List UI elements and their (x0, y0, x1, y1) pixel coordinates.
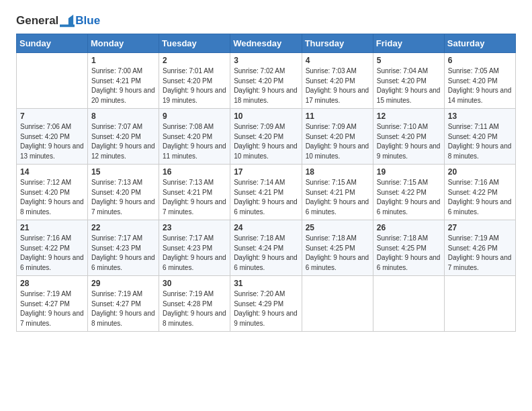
day-info: Sunrise: 7:05 AMSunset: 4:20 PMDaylight:… (448, 66, 512, 105)
calendar-cell: 16Sunrise: 7:13 AMSunset: 4:21 PMDayligh… (159, 165, 230, 220)
day-number: 30 (163, 279, 226, 288)
day-info: Sunrise: 7:14 AMSunset: 4:21 PMDaylight:… (234, 178, 298, 217)
calendar-cell: 25Sunrise: 7:18 AMSunset: 4:25 PMDayligh… (302, 220, 373, 276)
calendar-cell: 19Sunrise: 7:15 AMSunset: 4:22 PMDayligh… (373, 165, 444, 220)
day-number: 18 (306, 167, 369, 177)
logo: General Blue (16, 13, 100, 28)
day-info: Sunrise: 7:20 AMSunset: 4:29 PMDaylight:… (234, 289, 298, 328)
day-number: 9 (163, 111, 226, 121)
calendar-cell: 9Sunrise: 7:08 AMSunset: 4:20 PMDaylight… (159, 109, 230, 165)
day-info: Sunrise: 7:15 AMSunset: 4:21 PMDaylight:… (306, 178, 369, 217)
svg-marker-0 (60, 15, 75, 27)
day-info: Sunrise: 7:09 AMSunset: 4:20 PMDaylight:… (306, 122, 369, 161)
day-of-week-wednesday: Wednesday (230, 34, 302, 53)
logo-general: General (16, 14, 58, 28)
day-number: 7 (20, 111, 84, 121)
day-info: Sunrise: 7:10 AMSunset: 4:20 PMDaylight:… (377, 122, 441, 161)
calendar-cell: 29Sunrise: 7:19 AMSunset: 4:27 PMDayligh… (88, 276, 159, 332)
day-of-week-monday: Monday (88, 34, 159, 53)
day-number: 8 (91, 111, 155, 121)
day-number: 17 (234, 167, 298, 177)
day-info: Sunrise: 7:09 AMSunset: 4:20 PMDaylight:… (234, 122, 298, 161)
day-number: 4 (306, 56, 369, 65)
day-info: Sunrise: 7:03 AMSunset: 4:20 PMDaylight:… (306, 66, 369, 105)
calendar-cell: 8Sunrise: 7:07 AMSunset: 4:20 PMDaylight… (88, 109, 159, 165)
day-info: Sunrise: 7:16 AMSunset: 4:22 PMDaylight:… (448, 178, 512, 217)
day-number: 1 (91, 56, 155, 65)
day-info: Sunrise: 7:15 AMSunset: 4:22 PMDaylight:… (377, 178, 441, 217)
day-number: 5 (377, 56, 441, 65)
header: General Blue (16, 13, 516, 28)
calendar-cell: 15Sunrise: 7:13 AMSunset: 4:20 PMDayligh… (88, 165, 159, 220)
day-number: 16 (163, 167, 226, 177)
day-info: Sunrise: 7:18 AMSunset: 4:25 PMDaylight:… (306, 234, 369, 273)
day-number: 12 (377, 111, 441, 121)
calendar-cell: 21Sunrise: 7:16 AMSunset: 4:22 PMDayligh… (17, 220, 88, 276)
calendar-cell: 11Sunrise: 7:09 AMSunset: 4:20 PMDayligh… (302, 109, 373, 165)
day-of-week-saturday: Saturday (444, 34, 515, 53)
day-info: Sunrise: 7:19 AMSunset: 4:28 PMDaylight:… (163, 289, 226, 328)
logo-icon (60, 13, 75, 28)
calendar-cell: 7Sunrise: 7:06 AMSunset: 4:20 PMDaylight… (17, 109, 88, 165)
day-number: 13 (448, 111, 512, 121)
day-info: Sunrise: 7:19 AMSunset: 4:27 PMDaylight:… (20, 289, 84, 328)
calendar-cell: 3Sunrise: 7:02 AMSunset: 4:20 PMDaylight… (230, 53, 302, 109)
day-info: Sunrise: 7:02 AMSunset: 4:20 PMDaylight:… (234, 66, 298, 105)
day-number: 22 (91, 223, 155, 232)
day-info: Sunrise: 7:00 AMSunset: 4:21 PMDaylight:… (91, 66, 155, 105)
day-number: 24 (234, 223, 298, 232)
calendar-cell: 13Sunrise: 7:11 AMSunset: 4:20 PMDayligh… (444, 109, 515, 165)
calendar-cell: 30Sunrise: 7:19 AMSunset: 4:28 PMDayligh… (159, 276, 230, 332)
day-of-week-thursday: Thursday (302, 34, 373, 53)
day-info: Sunrise: 7:13 AMSunset: 4:21 PMDaylight:… (163, 178, 226, 217)
calendar-cell: 24Sunrise: 7:18 AMSunset: 4:24 PMDayligh… (230, 220, 302, 276)
calendar-body: 1Sunrise: 7:00 AMSunset: 4:21 PMDaylight… (17, 53, 516, 332)
day-number: 20 (448, 167, 512, 177)
calendar: SundayMondayTuesdayWednesdayThursdayFrid… (16, 34, 516, 332)
calendar-cell (444, 276, 515, 332)
calendar-cell: 14Sunrise: 7:12 AMSunset: 4:20 PMDayligh… (17, 165, 88, 220)
day-info: Sunrise: 7:12 AMSunset: 4:20 PMDaylight:… (20, 178, 84, 217)
calendar-cell: 23Sunrise: 7:17 AMSunset: 4:23 PMDayligh… (159, 220, 230, 276)
calendar-cell (17, 53, 88, 109)
day-info: Sunrise: 7:18 AMSunset: 4:24 PMDaylight:… (234, 234, 298, 273)
week-row: 1Sunrise: 7:00 AMSunset: 4:21 PMDaylight… (17, 53, 516, 109)
day-info: Sunrise: 7:08 AMSunset: 4:20 PMDaylight:… (163, 122, 226, 161)
day-info: Sunrise: 7:19 AMSunset: 4:27 PMDaylight:… (91, 289, 155, 328)
day-number: 25 (306, 223, 369, 232)
day-number: 19 (377, 167, 441, 177)
calendar-cell: 28Sunrise: 7:19 AMSunset: 4:27 PMDayligh… (17, 276, 88, 332)
day-number: 23 (163, 223, 226, 232)
day-of-week-sunday: Sunday (17, 34, 88, 53)
day-number: 11 (306, 111, 369, 121)
calendar-cell: 1Sunrise: 7:00 AMSunset: 4:21 PMDaylight… (88, 53, 159, 109)
logo-blue: Blue (75, 14, 100, 28)
day-info: Sunrise: 7:18 AMSunset: 4:25 PMDaylight:… (377, 234, 441, 273)
day-info: Sunrise: 7:19 AMSunset: 4:26 PMDaylight:… (448, 234, 512, 273)
day-number: 28 (20, 279, 84, 288)
day-number: 2 (163, 56, 226, 65)
calendar-cell: 5Sunrise: 7:04 AMSunset: 4:20 PMDaylight… (373, 53, 444, 109)
calendar-cell (373, 276, 444, 332)
days-of-week-row: SundayMondayTuesdayWednesdayThursdayFrid… (17, 34, 516, 53)
calendar-cell: 31Sunrise: 7:20 AMSunset: 4:29 PMDayligh… (230, 276, 302, 332)
day-info: Sunrise: 7:16 AMSunset: 4:22 PMDaylight:… (20, 234, 84, 273)
day-number: 3 (234, 56, 298, 65)
calendar-cell: 12Sunrise: 7:10 AMSunset: 4:20 PMDayligh… (373, 109, 444, 165)
day-info: Sunrise: 7:01 AMSunset: 4:20 PMDaylight:… (163, 66, 226, 105)
calendar-cell: 2Sunrise: 7:01 AMSunset: 4:20 PMDaylight… (159, 53, 230, 109)
day-number: 14 (20, 167, 84, 177)
calendar-cell: 6Sunrise: 7:05 AMSunset: 4:20 PMDaylight… (444, 53, 515, 109)
day-info: Sunrise: 7:13 AMSunset: 4:20 PMDaylight:… (91, 178, 155, 217)
day-info: Sunrise: 7:17 AMSunset: 4:23 PMDaylight:… (163, 234, 226, 273)
day-info: Sunrise: 7:11 AMSunset: 4:20 PMDaylight:… (448, 122, 512, 161)
week-row: 28Sunrise: 7:19 AMSunset: 4:27 PMDayligh… (17, 276, 516, 332)
day-number: 27 (448, 223, 512, 232)
day-number: 26 (377, 223, 441, 232)
week-row: 7Sunrise: 7:06 AMSunset: 4:20 PMDaylight… (17, 109, 516, 165)
calendar-cell: 10Sunrise: 7:09 AMSunset: 4:20 PMDayligh… (230, 109, 302, 165)
week-row: 14Sunrise: 7:12 AMSunset: 4:20 PMDayligh… (17, 165, 516, 220)
day-of-week-friday: Friday (373, 34, 444, 53)
day-of-week-tuesday: Tuesday (159, 34, 230, 53)
day-info: Sunrise: 7:17 AMSunset: 4:23 PMDaylight:… (91, 234, 155, 273)
